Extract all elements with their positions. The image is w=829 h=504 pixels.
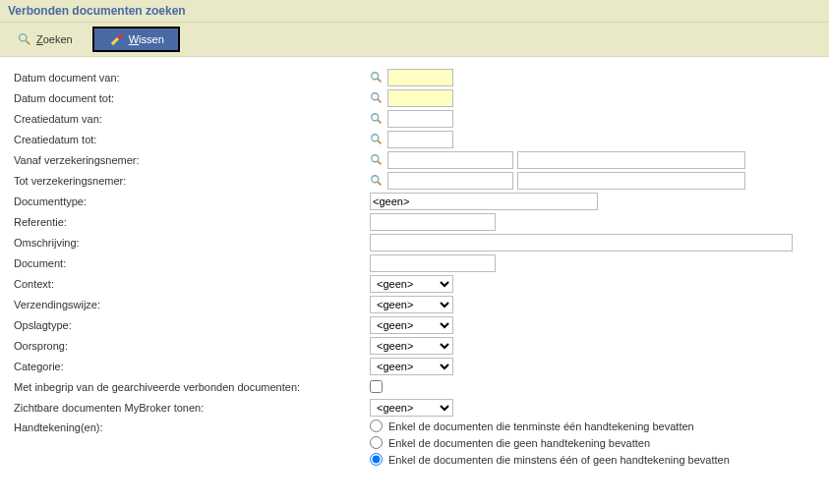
sig-radio-label-3: Enkel de documenten die minstens één of … (388, 454, 730, 466)
label-date-doc-to: Datum document tot: (14, 88, 370, 108)
clear-icon (108, 31, 124, 47)
label-reference: Referentie: (14, 212, 370, 232)
svg-point-10 (372, 154, 379, 161)
policyholder-to-input-b[interactable] (517, 172, 745, 190)
label-date-doc-from: Datum document van: (14, 68, 370, 87)
label-send-method: Verzendingswijze: (14, 295, 370, 314)
svg-line-11 (378, 160, 382, 164)
sig-radio-label-2: Enkel de documenten die geen handtekenin… (388, 437, 650, 449)
policyholder-from-input-b[interactable] (517, 151, 745, 169)
sig-radio-any[interactable] (370, 453, 383, 466)
lookup-icon[interactable] (370, 91, 384, 105)
svg-point-8 (372, 134, 379, 140)
lookup-icon[interactable] (370, 133, 384, 146)
origin-select[interactable]: <geen> (370, 337, 453, 355)
label-storage-type: Opslagtype: (14, 315, 370, 335)
lookup-icon[interactable] (370, 153, 384, 167)
svg-line-1 (26, 40, 30, 44)
toolbar: Zoeken Wissen (0, 22, 829, 57)
svg-line-13 (378, 181, 382, 185)
include-archived-checkbox[interactable] (370, 380, 383, 393)
title-bar: Verbonden documenten zoeken (0, 0, 829, 22)
send-method-select[interactable]: <geen> (370, 296, 453, 313)
svg-line-9 (378, 140, 382, 143)
svg-point-6 (372, 113, 379, 120)
label-origin: Oorsprong: (14, 336, 370, 356)
date-doc-from-input[interactable] (387, 69, 453, 86)
sig-radio-at-least-one[interactable] (370, 420, 383, 432)
sig-radio-none[interactable] (370, 436, 383, 449)
svg-point-0 (20, 34, 27, 41)
label-context: Context: (14, 274, 370, 294)
label-description: Omschrijving: (14, 233, 370, 252)
clear-button[interactable]: Wissen (92, 27, 180, 52)
svg-point-4 (372, 92, 379, 99)
search-icon (18, 32, 31, 46)
label-document: Document: (14, 253, 370, 273)
label-doc-type: Documenttype: (14, 192, 370, 211)
search-form: Datum document van: Datum document tot: … (0, 57, 829, 483)
svg-line-3 (378, 78, 382, 82)
category-select[interactable]: <geen> (370, 358, 453, 375)
label-policyholder-to: Tot verzekeringsnemer: (14, 171, 370, 191)
search-button[interactable]: Zoeken (8, 27, 83, 52)
label-mybroker: Zichtbare documenten MyBroker tonen: (14, 398, 370, 418)
policyholder-to-input-a[interactable] (387, 172, 513, 190)
page-title: Verbonden documenten zoeken (8, 4, 186, 18)
date-doc-to-input[interactable] (387, 89, 453, 107)
signatures-radio-group: Enkel de documenten die tenminste één ha… (370, 418, 730, 466)
label-signatures: Handtekening(en): (14, 418, 370, 437)
label-policyholder-from: Vanaf verzekeringsnemer: (14, 150, 370, 170)
creation-to-input[interactable] (387, 131, 453, 148)
svg-point-2 (372, 72, 379, 79)
label-creation-to: Creatiedatum tot: (14, 130, 370, 149)
lookup-icon[interactable] (370, 71, 384, 84)
sig-radio-label-1: Enkel de documenten die tenminste één ha… (388, 420, 694, 432)
policyholder-from-input-a[interactable] (387, 151, 513, 169)
lookup-icon[interactable] (370, 174, 384, 188)
creation-from-input[interactable] (387, 110, 453, 128)
svg-line-5 (378, 98, 382, 102)
doc-type-input[interactable] (370, 193, 598, 210)
description-input[interactable] (370, 234, 793, 252)
svg-point-12 (372, 175, 379, 182)
mybroker-select[interactable]: <geen> (370, 399, 453, 417)
label-include-archived: Met inbegrip van de gearchiveerde verbon… (14, 377, 370, 397)
label-category: Categorie: (14, 357, 370, 376)
document-input[interactable] (370, 254, 496, 272)
svg-line-7 (378, 119, 382, 123)
label-creation-from: Creatiedatum van: (14, 109, 370, 129)
reference-input[interactable] (370, 213, 496, 231)
context-select[interactable]: <geen> (370, 275, 453, 293)
lookup-icon[interactable] (370, 112, 384, 126)
storage-type-select[interactable]: <geen> (370, 316, 453, 334)
